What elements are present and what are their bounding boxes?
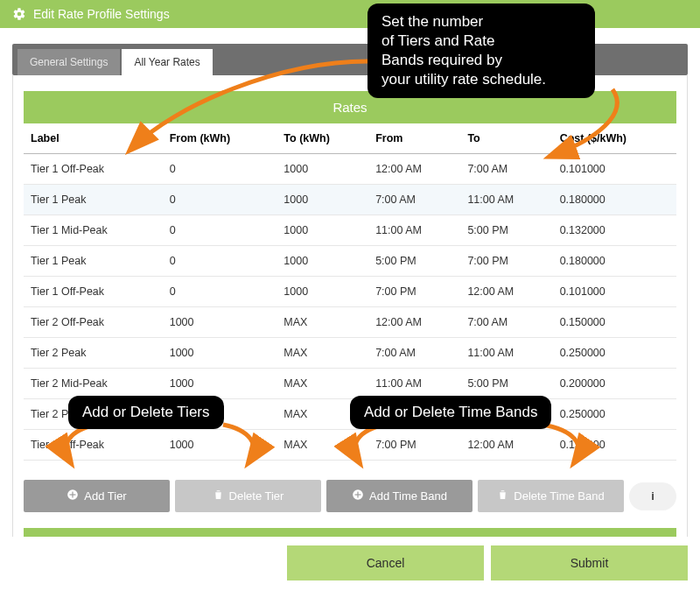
cell-cost: 0.250000 xyxy=(553,338,676,369)
col-from-kwh: From (kWh) xyxy=(163,123,277,154)
table-row[interactable]: Tier 2 Peak1000MAX7:00 AM11:00 AM0.25000… xyxy=(24,338,676,369)
cell-to_kwh: 1000 xyxy=(276,215,368,246)
col-to-kwh: To (kWh) xyxy=(276,123,368,154)
cell-to_time: 7:00 AM xyxy=(460,154,552,185)
cancel-button[interactable]: Cancel xyxy=(287,545,484,580)
cell-from_time: 7:00 AM xyxy=(368,185,460,215)
tab-general-settings[interactable]: General Settings xyxy=(18,49,120,75)
cell-label: Tier 1 Mid-Peak xyxy=(24,215,163,246)
cell-from_kwh: 0 xyxy=(163,277,277,307)
col-label: Label xyxy=(24,123,163,154)
cell-to_time: 5:00 PM xyxy=(460,369,552,399)
cell-from_kwh: 1000 xyxy=(163,430,277,461)
cell-cost: 0.150000 xyxy=(553,307,676,338)
cell-to_kwh: 1000 xyxy=(276,277,368,307)
table-row[interactable]: Tier 2 Off-Peak1000MAX7:00 PM12:00 AM0.1… xyxy=(24,430,676,461)
cell-cost: 0.250000 xyxy=(553,399,676,430)
gear-icon xyxy=(12,7,26,21)
delete-tier-label: Delete Tier xyxy=(229,489,284,503)
plus-circle-icon xyxy=(352,489,364,503)
cell-label: Tier 2 Off-Peak xyxy=(24,430,163,461)
cell-label: Tier 2 Mid-Peak xyxy=(24,369,163,399)
add-tier-button[interactable]: Add Tier xyxy=(24,480,170,512)
cell-label: Tier 2 Off-Peak xyxy=(24,307,163,338)
cell-from_time: 7:00 PM xyxy=(368,430,460,461)
cell-cost: 0.180000 xyxy=(553,185,676,215)
plus-circle-icon xyxy=(66,489,79,503)
info-icon: i xyxy=(651,489,654,503)
submit-button[interactable]: Submit xyxy=(491,545,688,580)
col-cost: Cost ($/kWh) xyxy=(553,123,676,154)
cell-from_kwh: 0 xyxy=(163,154,277,185)
annotation-bands: Add or Delete Time Bands xyxy=(350,396,551,429)
table-row[interactable]: Tier 1 Peak010005:00 PM7:00 PM0.180000 xyxy=(24,246,676,277)
svg-rect-5 xyxy=(355,494,361,495)
cell-to_kwh: MAX xyxy=(276,338,368,369)
add-time-band-button[interactable]: Add Time Band xyxy=(326,480,472,512)
add-time-band-label: Add Time Band xyxy=(369,489,447,503)
cell-to_time: 11:00 AM xyxy=(460,338,552,369)
cell-from_kwh: 0 xyxy=(163,215,277,246)
action-row: Add Tier Delete Tier Add Time Band xyxy=(24,480,676,512)
cell-from_kwh: 1000 xyxy=(163,307,277,338)
cell-label: Tier 1 Peak xyxy=(24,246,163,277)
cell-to_kwh: MAX xyxy=(276,307,368,338)
cell-to_time: 7:00 AM xyxy=(460,307,552,338)
dialog-footer: Cancel Submit xyxy=(0,537,700,591)
cell-to_kwh: 1000 xyxy=(276,154,368,185)
trash-icon xyxy=(213,489,224,503)
cell-label: Tier 1 Off-Peak xyxy=(24,154,163,185)
table-row[interactable]: Tier 2 Off-Peak1000MAX12:00 AM7:00 AM0.1… xyxy=(24,307,676,338)
delete-time-band-button[interactable]: Delete Time Band xyxy=(478,480,624,512)
table-row[interactable]: Tier 1 Off-Peak010007:00 PM12:00 AM0.101… xyxy=(24,277,676,307)
delete-tier-button[interactable]: Delete Tier xyxy=(175,480,321,512)
cell-to_kwh: MAX xyxy=(276,430,368,461)
cell-from_time: 7:00 PM xyxy=(368,277,460,307)
col-from-time: From xyxy=(368,123,460,154)
cell-cost: 0.200000 xyxy=(553,369,676,399)
cell-to_kwh: 1000 xyxy=(276,246,368,277)
col-to-time: To xyxy=(460,123,552,154)
add-tier-label: Add Tier xyxy=(84,489,126,503)
cell-to_kwh: 1000 xyxy=(276,185,368,215)
annotation-top: Set the number of Tiers and Rate Bands r… xyxy=(368,4,595,98)
cell-from_time: 12:00 AM xyxy=(368,154,460,185)
cell-cost: 0.132000 xyxy=(553,215,676,246)
cell-from_time: 11:00 AM xyxy=(368,369,460,399)
cell-from_time: 12:00 AM xyxy=(368,307,460,338)
cell-to_time: 11:00 AM xyxy=(460,185,552,215)
delete-time-band-label: Delete Time Band xyxy=(514,489,604,503)
cell-to_time: 7:00 PM xyxy=(460,246,552,277)
cell-label: Tier 1 Off-Peak xyxy=(24,277,163,307)
cell-to_time: 5:00 PM xyxy=(460,215,552,246)
window-title: Edit Rate Profile Settings xyxy=(33,7,170,21)
cell-from_time: 7:00 AM xyxy=(368,338,460,369)
cell-label: Tier 2 Peak xyxy=(24,338,163,369)
cell-from_kwh: 1000 xyxy=(163,369,277,399)
cell-from_time: 11:00 AM xyxy=(368,215,460,246)
cell-from_kwh: 1000 xyxy=(163,338,277,369)
table-row[interactable]: Tier 1 Mid-Peak0100011:00 AM5:00 PM0.132… xyxy=(24,215,676,246)
info-button[interactable]: i xyxy=(629,482,676,510)
svg-rect-2 xyxy=(70,494,76,495)
cell-cost: 0.101000 xyxy=(553,277,676,307)
cell-label: Tier 1 Peak xyxy=(24,185,163,215)
content-scroll[interactable]: Rates Label From (kWh) To (kWh) From To … xyxy=(12,75,688,541)
title-bar: Edit Rate Profile Settings xyxy=(0,0,700,28)
cell-to_time: 12:00 AM xyxy=(460,430,552,461)
cell-from_time: 5:00 PM xyxy=(368,246,460,277)
cell-to_time: 12:00 AM xyxy=(460,277,552,307)
trash-icon xyxy=(497,489,508,503)
cell-from_kwh: 0 xyxy=(163,185,277,215)
cell-to_kwh: MAX xyxy=(276,369,368,399)
cell-from_kwh: 0 xyxy=(163,246,277,277)
table-row[interactable]: Tier 2 Mid-Peak1000MAX11:00 AM5:00 PM0.2… xyxy=(24,369,676,399)
cell-cost: 0.180000 xyxy=(553,246,676,277)
table-row[interactable]: Tier 1 Peak010007:00 AM11:00 AM0.180000 xyxy=(24,185,676,215)
table-row[interactable]: Tier 1 Off-Peak0100012:00 AM7:00 AM0.101… xyxy=(24,154,676,185)
tab-all-year-rates[interactable]: All Year Rates xyxy=(122,49,212,75)
annotation-tiers: Add or Delete Tiers xyxy=(68,396,224,429)
table-header-row: Label From (kWh) To (kWh) From To Cost (… xyxy=(24,123,676,154)
cell-cost: 0.101000 xyxy=(553,154,676,185)
cell-cost: 0.150000 xyxy=(553,430,676,461)
